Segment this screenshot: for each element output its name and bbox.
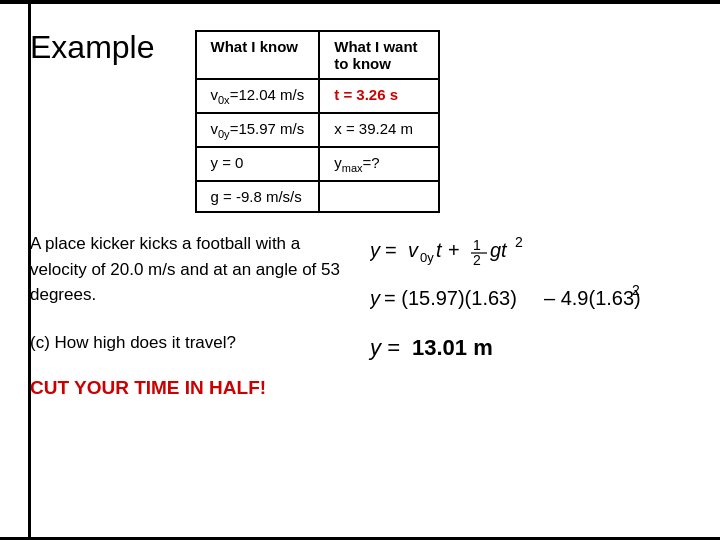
svg-text:gt: gt xyxy=(490,239,508,261)
svg-text:= (15.97)(1.63): = (15.97)(1.63) xyxy=(384,287,517,309)
table-cell xyxy=(319,181,439,212)
table-row: g = -9.8 m/s/s xyxy=(196,181,440,212)
table-cell: t = 3.26 s xyxy=(319,79,439,113)
svg-text:2: 2 xyxy=(632,282,640,298)
svg-text:1: 1 xyxy=(473,237,481,253)
table-cell: v0y=15.97 m/s xyxy=(196,113,320,147)
problem-text: A place kicker kicks a football with a v… xyxy=(30,231,340,308)
svg-text:0y: 0y xyxy=(420,250,434,265)
main-content: A place kicker kicks a football with a v… xyxy=(30,231,690,520)
result-label: y = xyxy=(370,335,400,361)
page: Example What I know What I wantto know v… xyxy=(0,0,720,540)
page-title: Example xyxy=(30,30,155,65)
table-row: v0x=12.04 m/s t = 3.26 s xyxy=(196,79,440,113)
left-border xyxy=(28,0,31,540)
svg-text:y: y xyxy=(370,239,381,261)
question-text: (c) How high does it travel? xyxy=(30,330,340,356)
left-panel: A place kicker kicks a football with a v… xyxy=(30,231,340,399)
svg-text:2: 2 xyxy=(515,234,523,250)
svg-text:– 4.9(1.63): – 4.9(1.63) xyxy=(544,287,641,309)
top-border xyxy=(0,0,720,4)
result-value: 13.01 m xyxy=(412,335,493,361)
cut-time-label: CUT YOUR TIME IN HALF! xyxy=(30,377,340,399)
result-line: y = 13.01 m xyxy=(370,335,690,361)
table-row: v0y=15.97 m/s x = 39.24 m xyxy=(196,113,440,147)
svg-text:=: = xyxy=(385,239,397,261)
svg-text:2: 2 xyxy=(473,252,481,267)
svg-text:v: v xyxy=(408,239,419,261)
table-cell: y = 0 xyxy=(196,147,320,181)
formula1-block: y = v 0y t + 1 2 gt 2 xyxy=(370,231,690,269)
table-cell: x = 39.24 m xyxy=(319,113,439,147)
right-panel: y = v 0y t + 1 2 gt 2 y xyxy=(370,231,690,361)
table-row: y = 0 ymax=? xyxy=(196,147,440,181)
formula1-svg: y = v 0y t + 1 2 gt 2 xyxy=(370,231,600,267)
svg-text:y: y xyxy=(370,287,381,309)
info-table: What I know What I wantto know v0x=12.04… xyxy=(195,30,441,213)
header-row: Example What I know What I wantto know v… xyxy=(30,30,690,213)
svg-text:t: t xyxy=(436,239,443,261)
svg-text:+: + xyxy=(448,239,460,261)
highlight-value: t = 3.26 s xyxy=(334,86,398,103)
table-cell: v0x=12.04 m/s xyxy=(196,79,320,113)
col1-header: What I know xyxy=(196,31,320,79)
formula2-svg: y = (15.97)(1.63) – 4.9(1.63) 2 xyxy=(370,279,660,315)
formula2-block: y = (15.97)(1.63) – 4.9(1.63) 2 xyxy=(370,279,690,317)
table-cell: g = -9.8 m/s/s xyxy=(196,181,320,212)
col2-header: What I wantto know xyxy=(319,31,439,79)
table-cell: ymax=? xyxy=(319,147,439,181)
